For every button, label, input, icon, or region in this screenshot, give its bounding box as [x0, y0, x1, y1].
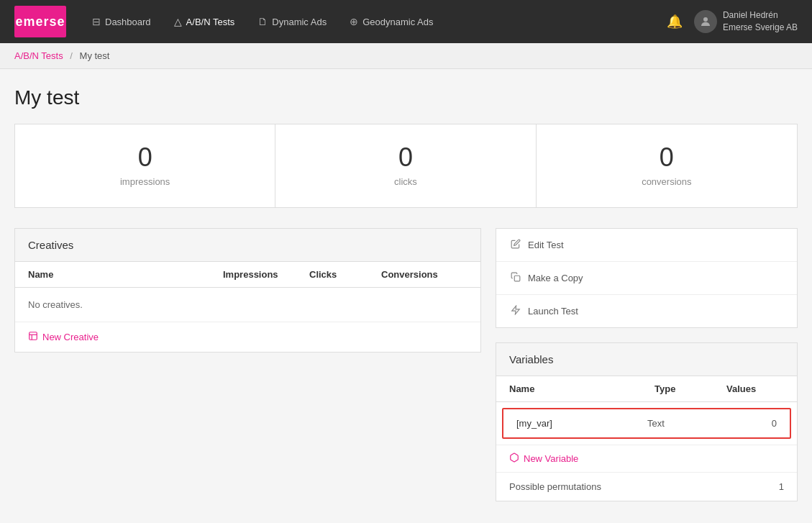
variables-panel-header: Variables	[496, 343, 797, 376]
var-col-name: Name	[509, 383, 654, 394]
creatives-panel-header: Creatives	[15, 229, 480, 262]
svg-rect-4	[514, 276, 520, 281]
variable-type: Text	[647, 418, 719, 429]
user-name: Daniel Hedrén	[723, 9, 798, 22]
stats-row: 0 impressions 0 clicks 0 conversions	[14, 124, 798, 208]
two-col-layout: Creatives Name Impressions Clicks Conver…	[14, 228, 798, 501]
user-info: Daniel Hedrén Emerse Sverige AB	[723, 9, 798, 34]
abn-tests-icon: △	[174, 16, 182, 27]
nav-geodynamic-label: Geodynamic Ads	[362, 17, 433, 27]
nav-dynamic-label: Dynamic Ads	[272, 17, 327, 27]
logo: emerse	[14, 6, 66, 37]
launch-test-label: Launch Test	[528, 306, 578, 317]
copy-icon	[511, 272, 521, 284]
stat-clicks: 0 clicks	[275, 124, 536, 207]
stat-impressions: 0 impressions	[15, 124, 275, 207]
variables-table-header: Name Type Values	[496, 376, 797, 402]
main-content: My test 0 impressions 0 clicks 0 convers…	[0, 69, 812, 519]
nav-item-abn-tests[interactable]: △ A/B/N Tests	[165, 12, 244, 32]
breadcrumb-current: My test	[80, 50, 110, 61]
new-creative-label: New Creative	[42, 332, 99, 342]
creatives-panel: Creatives Name Impressions Clicks Conver…	[14, 228, 481, 353]
clicks-label: clicks	[290, 176, 521, 187]
impressions-label: impressions	[29, 176, 260, 187]
notification-bell[interactable]: 🔔	[667, 14, 683, 29]
conversions-label: conversions	[551, 176, 783, 187]
make-copy-label: Make a Copy	[528, 273, 583, 283]
nav-dashboard-label: Dashboard	[105, 17, 151, 27]
new-variable-label: New Variable	[524, 453, 578, 464]
new-creative-icon	[28, 331, 38, 343]
permutations-value: 1	[779, 481, 784, 492]
creatives-table-header: Name Impressions Clicks Conversions	[15, 262, 480, 288]
variable-name: [my_var]	[516, 418, 647, 429]
make-copy-button[interactable]: Make a Copy	[496, 262, 797, 295]
var-col-values: Values	[726, 383, 784, 394]
nav-item-geodynamic-ads[interactable]: ⊕ Geodynamic Ads	[341, 12, 442, 32]
breadcrumb-parent[interactable]: A/B/N Tests	[14, 50, 63, 61]
edit-icon	[511, 239, 521, 251]
page-title: My test	[14, 86, 798, 109]
variable-row: [my_var] Text 0	[502, 408, 791, 439]
col-clicks: Clicks	[309, 269, 381, 280]
permutations-row: Possible permutations 1	[496, 472, 797, 501]
launch-icon	[511, 305, 521, 317]
edit-test-button[interactable]: Edit Test	[496, 229, 797, 262]
variables-panel: Variables Name Type Values [my_var] Text…	[496, 342, 798, 501]
edit-test-label: Edit Test	[528, 240, 564, 250]
action-panel: Edit Test Make a Copy Launch Test	[496, 228, 798, 328]
right-column: Edit Test Make a Copy Launch Test V	[496, 228, 798, 501]
svg-point-0	[703, 17, 708, 22]
nav-item-dashboard[interactable]: ⊟ Dashboard	[83, 12, 160, 32]
new-variable-icon	[509, 452, 519, 465]
user-menu[interactable]: Daniel Hedrén Emerse Sverige AB	[694, 9, 798, 34]
svg-rect-1	[29, 332, 37, 340]
new-creative-button[interactable]: New Creative	[28, 331, 467, 343]
impressions-value: 0	[29, 145, 260, 170]
permutations-label: Possible permutations	[509, 481, 601, 492]
avatar	[694, 10, 717, 33]
col-name: Name	[28, 269, 223, 280]
breadcrumb-separator: /	[70, 50, 73, 61]
dynamic-ads-icon: 🗋	[257, 16, 268, 27]
variables-footer: New Variable	[496, 445, 797, 472]
navbar: emerse ⊟ Dashboard △ A/B/N Tests 🗋 Dynam…	[0, 0, 812, 43]
navbar-right: 🔔 Daniel Hedrén Emerse Sverige AB	[667, 9, 798, 34]
launch-test-button[interactable]: Launch Test	[496, 295, 797, 327]
new-variable-button[interactable]: New Variable	[509, 452, 784, 465]
geodynamic-ads-icon: ⊕	[350, 16, 358, 27]
variable-values: 0	[719, 418, 777, 429]
svg-marker-5	[512, 306, 520, 314]
breadcrumb: A/B/N Tests / My test	[0, 43, 812, 69]
creatives-no-data: No creatives.	[15, 288, 480, 322]
col-conversions: Conversions	[381, 269, 467, 280]
clicks-value: 0	[290, 145, 521, 170]
creatives-footer: New Creative	[15, 322, 480, 352]
col-impressions: Impressions	[223, 269, 309, 280]
nav-abn-label: A/B/N Tests	[186, 17, 235, 27]
nav-item-dynamic-ads[interactable]: 🗋 Dynamic Ads	[249, 12, 335, 32]
dashboard-icon: ⊟	[92, 16, 101, 27]
user-company: Emerse Sverige AB	[723, 22, 798, 34]
conversions-value: 0	[551, 145, 783, 170]
nav-items: ⊟ Dashboard △ A/B/N Tests 🗋 Dynamic Ads …	[83, 12, 649, 32]
var-col-type: Type	[654, 383, 726, 394]
stat-conversions: 0 conversions	[537, 124, 797, 207]
